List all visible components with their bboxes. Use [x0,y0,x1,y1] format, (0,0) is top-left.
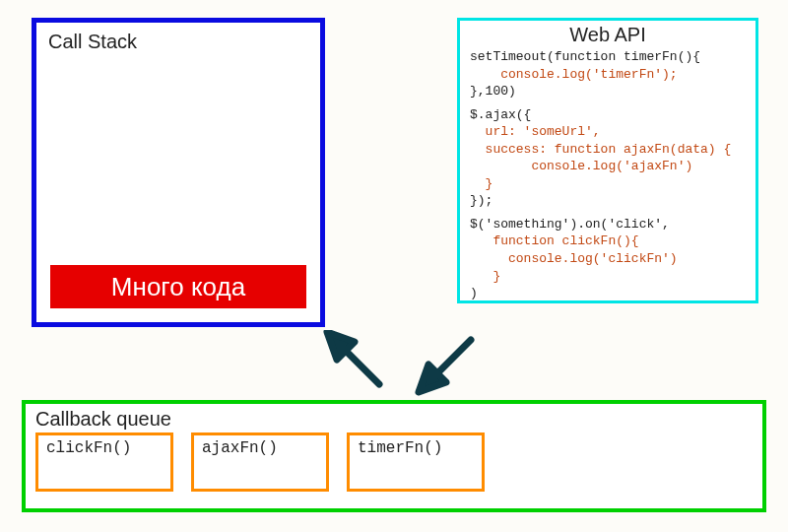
call-stack-item: Много кода [50,265,306,308]
web-api-code-click: $('something').on('click', function clic… [470,216,746,302]
event-loop-arrows [305,330,502,399]
web-api-title: Web API [470,24,746,46]
code-inner: function clickFn(){ console.log('clickFn… [470,233,678,283]
code-inner: console.log('timerFn'); [470,67,678,82]
callback-queue-box: Callback queue clickFn() ajaxFn() timerF… [22,400,766,512]
arrow-to-callstack-icon [327,332,379,384]
web-api-code-settimeout: setTimeout(function timerFn(){ console.l… [470,48,746,100]
callback-queue-row: clickFn() ajaxFn() timerFn() [35,432,753,492]
code-outer: }); [470,193,492,208]
web-api-box: Web API setTimeout(function timerFn(){ c… [457,18,758,303]
call-stack-box: Call Stack Много кода [32,18,325,327]
call-stack-title: Call Stack [48,31,308,53]
web-api-code-ajax: $.ajax({ url: 'someUrl', success: functi… [470,106,746,210]
code-outer: $('something').on('click', [470,217,670,232]
code-outer: setTimeout(function timerFn(){ [470,49,700,64]
code-inner: url: 'someUrl', success: function ajaxFn… [470,124,731,191]
arrow-to-queue-icon [419,340,471,392]
code-outer: ) [470,286,478,300]
queue-item: clickFn() [35,432,173,492]
queue-item: timerFn() [347,432,485,492]
code-outer: $.ajax({ [470,107,531,122]
code-outer: },100) [470,84,516,99]
callback-queue-title: Callback queue [35,408,753,431]
queue-item: ajaxFn() [191,432,329,492]
